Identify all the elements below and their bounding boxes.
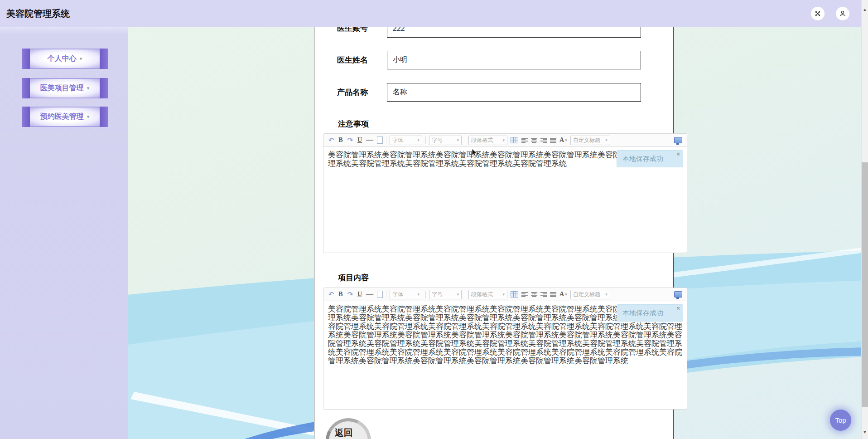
doctor-name-label: 医生姓名 <box>337 55 372 65</box>
font-color-icon[interactable]: A ▾ <box>559 136 567 145</box>
horizontal-rule-icon[interactable]: — <box>366 290 373 299</box>
redo-icon[interactable]: ↷ <box>347 290 353 299</box>
chevron-down-icon: ▾ <box>87 114 90 120</box>
document-icon[interactable] <box>376 136 383 145</box>
project-content-section-title: 项目内容 <box>338 273 369 283</box>
scroll-up-arrow-icon[interactable]: ▲ <box>862 7 868 12</box>
paragraph-format-select[interactable]: 段落格式 ▾ <box>468 136 507 145</box>
scroll-down-arrow-icon[interactable]: ▼ <box>862 430 868 434</box>
page: 医生账号 医生姓名 产品名称 注意事项 ↶ B ↷ U — 字体 ▾ <box>0 0 868 439</box>
button-edge <box>100 78 108 98</box>
page-scrollbar[interactable]: ▲ ▼ <box>861 0 868 439</box>
toolbar-separator <box>425 291 426 298</box>
font-size-select[interactable]: 字号 ▾ <box>429 290 462 299</box>
insert-table-icon[interactable] <box>511 136 518 145</box>
bold-icon[interactable]: B <box>338 136 344 145</box>
chevron-down-icon: ▾ <box>565 138 567 142</box>
horizontal-rule-icon[interactable]: — <box>366 136 373 145</box>
chevron-down-icon: ▾ <box>501 138 505 142</box>
font-family-select[interactable]: 字体 ▾ <box>390 290 422 299</box>
font-color-icon[interactable]: A ▾ <box>559 290 567 299</box>
app-title: 美容院管理系统 <box>6 0 70 27</box>
user-icon <box>839 10 846 17</box>
product-name-label: 产品名称 <box>337 88 372 98</box>
button-edge <box>22 49 30 69</box>
align-center-icon[interactable] <box>531 136 537 145</box>
fullscreen-icon <box>814 10 821 17</box>
fullscreen-button[interactable] <box>811 7 825 20</box>
content-panel: 医生账号 医生姓名 产品名称 注意事项 ↶ B ↷ U — 字体 ▾ <box>314 0 674 439</box>
sidebar-item-appointment-management[interactable]: 预约医美管理 ▾ <box>22 107 108 127</box>
back-button[interactable]: 返回 <box>320 412 377 439</box>
notes-editor: ↶ B ↷ U — 字体 ▾ 字号 ▾ 段落格式 ▾ <box>323 133 687 253</box>
user-button[interactable] <box>836 7 849 20</box>
align-justify-icon[interactable] <box>550 136 556 145</box>
button-edge <box>22 78 30 98</box>
sidebar: 个人中心 ▾ 医美项目管理 ▾ 预约医美管理 ▾ <box>0 27 128 439</box>
paragraph-format-select[interactable]: 段落格式 ▾ <box>468 290 507 299</box>
sidebar-item-label: 预约医美管理 <box>40 112 84 122</box>
align-justify-icon[interactable] <box>550 290 556 299</box>
chevron-down-icon: ▾ <box>415 138 420 142</box>
align-right-icon[interactable] <box>540 136 547 145</box>
save-toast: 本地保存成功 × <box>617 304 683 322</box>
insert-table-icon[interactable] <box>511 290 518 299</box>
project-content-editor: ↶ B ↷ U — 字体 ▾ 字号 ▾ 段落格式 ▾ <box>323 288 687 410</box>
button-edge <box>22 107 30 127</box>
font-size-select[interactable]: 字号 ▾ <box>429 136 462 145</box>
undo-icon[interactable]: ↶ <box>328 136 334 145</box>
chevron-down-icon: ▾ <box>603 292 608 297</box>
close-icon[interactable]: × <box>676 151 680 157</box>
fullscreen-editor-icon[interactable] <box>674 291 682 298</box>
project-editor-toolbar: ↶ B ↷ U — 字体 ▾ 字号 ▾ 段落格式 ▾ <box>323 288 687 301</box>
button-edge <box>100 107 108 127</box>
back-button-label: 返回 <box>335 427 366 439</box>
bold-icon[interactable]: B <box>338 290 344 299</box>
chevron-down-icon: ▾ <box>455 138 459 142</box>
chevron-down-icon: ▾ <box>501 292 505 297</box>
align-left-icon[interactable] <box>521 290 528 299</box>
sidebar-item-personal-center[interactable]: 个人中心 ▾ <box>22 49 108 69</box>
chevron-down-icon: ▾ <box>415 292 420 297</box>
scroll-to-top-button[interactable]: Top <box>830 410 851 431</box>
toolbar-separator <box>386 291 386 298</box>
sidebar-item-label: 个人中心 <box>48 54 77 63</box>
custom-title-select[interactable]: 自定义标题 ▾ <box>570 136 610 145</box>
product-name-input[interactable] <box>387 83 641 102</box>
chevron-down-icon: ▾ <box>80 56 82 62</box>
toolbar-separator <box>425 137 426 144</box>
align-center-icon[interactable] <box>531 290 537 299</box>
toolbar-separator <box>465 137 465 144</box>
undo-icon[interactable]: ↶ <box>328 290 334 299</box>
notes-editor-toolbar: ↶ B ↷ U — 字体 ▾ 字号 ▾ 段落格式 ▾ <box>323 134 687 147</box>
sidebar-item-label: 医美项目管理 <box>40 83 84 93</box>
doctor-name-input[interactable] <box>387 51 641 69</box>
toolbar-separator <box>386 137 386 144</box>
notes-section-title: 注意事项 <box>338 119 369 129</box>
toolbar-separator <box>465 291 465 298</box>
chevron-down-icon: ▾ <box>603 138 608 142</box>
underline-icon[interactable]: U <box>357 290 363 299</box>
scrollbar-thumb[interactable] <box>862 162 868 407</box>
save-toast: 本地保存成功 × <box>617 150 683 167</box>
document-icon[interactable] <box>376 290 383 299</box>
underline-icon[interactable]: U <box>357 136 363 145</box>
chevron-down-icon: ▾ <box>455 292 459 297</box>
app-header: 美容院管理系统 <box>0 0 861 27</box>
custom-title-select[interactable]: 自定义标题 ▾ <box>570 290 610 299</box>
chevron-down-icon: ▾ <box>87 85 90 91</box>
chevron-down-icon: ▾ <box>565 292 567 297</box>
button-edge <box>100 49 108 69</box>
close-icon[interactable]: × <box>676 305 680 312</box>
sidebar-item-medical-project-management[interactable]: 医美项目管理 ▾ <box>22 78 108 98</box>
align-left-icon[interactable] <box>521 136 528 145</box>
align-right-icon[interactable] <box>540 290 547 299</box>
font-family-select[interactable]: 字体 ▾ <box>390 136 422 145</box>
fullscreen-editor-icon[interactable] <box>674 137 682 143</box>
redo-icon[interactable]: ↷ <box>347 136 353 145</box>
